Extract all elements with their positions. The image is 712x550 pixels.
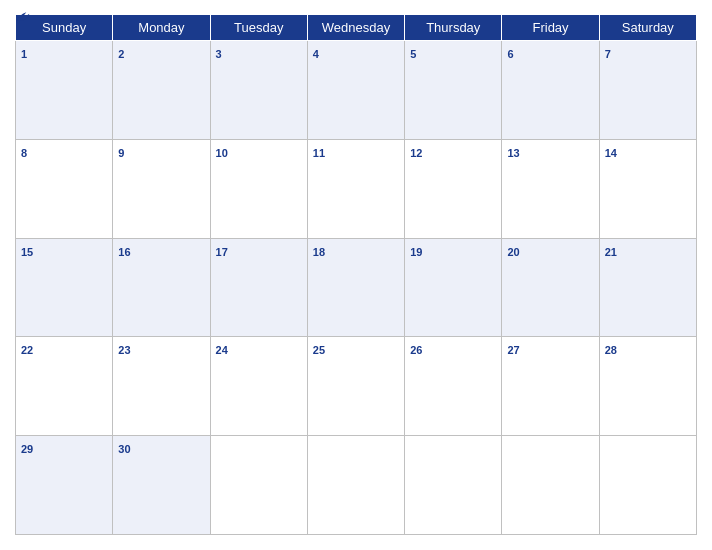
calendar-cell: 12 bbox=[405, 139, 502, 238]
logo-blue bbox=[15, 10, 33, 24]
week-row: 22232425262728 bbox=[16, 337, 697, 436]
calendar-cell: 29 bbox=[16, 436, 113, 535]
week-row: 15161718192021 bbox=[16, 238, 697, 337]
day-number: 24 bbox=[216, 344, 228, 356]
weekday-wednesday: Wednesday bbox=[307, 15, 404, 41]
calendar-cell: 16 bbox=[113, 238, 210, 337]
calendar-cell: 25 bbox=[307, 337, 404, 436]
calendar-cell: 24 bbox=[210, 337, 307, 436]
calendar-cell bbox=[210, 436, 307, 535]
day-number: 21 bbox=[605, 246, 617, 258]
calendar-cell: 13 bbox=[502, 139, 599, 238]
calendar-cell bbox=[307, 436, 404, 535]
logo bbox=[15, 10, 33, 24]
calendar-cell: 22 bbox=[16, 337, 113, 436]
day-number: 2 bbox=[118, 48, 124, 60]
calendar-table: SundayMondayTuesdayWednesdayThursdayFrid… bbox=[15, 14, 697, 535]
calendar-cell: 2 bbox=[113, 41, 210, 140]
day-number: 7 bbox=[605, 48, 611, 60]
weekday-tuesday: Tuesday bbox=[210, 15, 307, 41]
day-number: 6 bbox=[507, 48, 513, 60]
calendar-cell bbox=[502, 436, 599, 535]
calendar-cell: 18 bbox=[307, 238, 404, 337]
day-number: 29 bbox=[21, 443, 33, 455]
day-number: 15 bbox=[21, 246, 33, 258]
calendar-cell: 3 bbox=[210, 41, 307, 140]
day-number: 1 bbox=[21, 48, 27, 60]
day-number: 25 bbox=[313, 344, 325, 356]
day-number: 23 bbox=[118, 344, 130, 356]
day-number: 8 bbox=[21, 147, 27, 159]
calendar-cell: 15 bbox=[16, 238, 113, 337]
calendar-cell bbox=[405, 436, 502, 535]
weekday-monday: Monday bbox=[113, 15, 210, 41]
calendar-cell: 26 bbox=[405, 337, 502, 436]
day-number: 22 bbox=[21, 344, 33, 356]
calendar-cell bbox=[599, 436, 696, 535]
day-number: 11 bbox=[313, 147, 325, 159]
calendar-cell: 17 bbox=[210, 238, 307, 337]
day-number: 19 bbox=[410, 246, 422, 258]
day-number: 5 bbox=[410, 48, 416, 60]
day-number: 27 bbox=[507, 344, 519, 356]
day-number: 28 bbox=[605, 344, 617, 356]
calendar-cell: 30 bbox=[113, 436, 210, 535]
calendar-cell: 7 bbox=[599, 41, 696, 140]
calendar-cell: 27 bbox=[502, 337, 599, 436]
calendar-cell: 14 bbox=[599, 139, 696, 238]
weekday-saturday: Saturday bbox=[599, 15, 696, 41]
day-number: 18 bbox=[313, 246, 325, 258]
calendar-cell: 23 bbox=[113, 337, 210, 436]
day-number: 4 bbox=[313, 48, 319, 60]
calendar-cell: 10 bbox=[210, 139, 307, 238]
calendar-cell: 11 bbox=[307, 139, 404, 238]
day-number: 20 bbox=[507, 246, 519, 258]
day-number: 16 bbox=[118, 246, 130, 258]
day-number: 26 bbox=[410, 344, 422, 356]
day-number: 30 bbox=[118, 443, 130, 455]
week-row: 1234567 bbox=[16, 41, 697, 140]
calendar-cell: 28 bbox=[599, 337, 696, 436]
weekday-header-row: SundayMondayTuesdayWednesdayThursdayFrid… bbox=[16, 15, 697, 41]
calendar-cell: 20 bbox=[502, 238, 599, 337]
calendar-cell: 9 bbox=[113, 139, 210, 238]
day-number: 9 bbox=[118, 147, 124, 159]
day-number: 14 bbox=[605, 147, 617, 159]
calendar-cell: 5 bbox=[405, 41, 502, 140]
weekday-friday: Friday bbox=[502, 15, 599, 41]
calendar-cell: 21 bbox=[599, 238, 696, 337]
week-row: 891011121314 bbox=[16, 139, 697, 238]
calendar-cell: 6 bbox=[502, 41, 599, 140]
calendar-cell: 1 bbox=[16, 41, 113, 140]
day-number: 17 bbox=[216, 246, 228, 258]
calendar-cell: 19 bbox=[405, 238, 502, 337]
bird-icon bbox=[15, 10, 31, 24]
day-number: 3 bbox=[216, 48, 222, 60]
day-number: 10 bbox=[216, 147, 228, 159]
day-number: 13 bbox=[507, 147, 519, 159]
calendar-cell: 4 bbox=[307, 41, 404, 140]
calendar-cell: 8 bbox=[16, 139, 113, 238]
day-number: 12 bbox=[410, 147, 422, 159]
week-row: 2930 bbox=[16, 436, 697, 535]
weekday-thursday: Thursday bbox=[405, 15, 502, 41]
